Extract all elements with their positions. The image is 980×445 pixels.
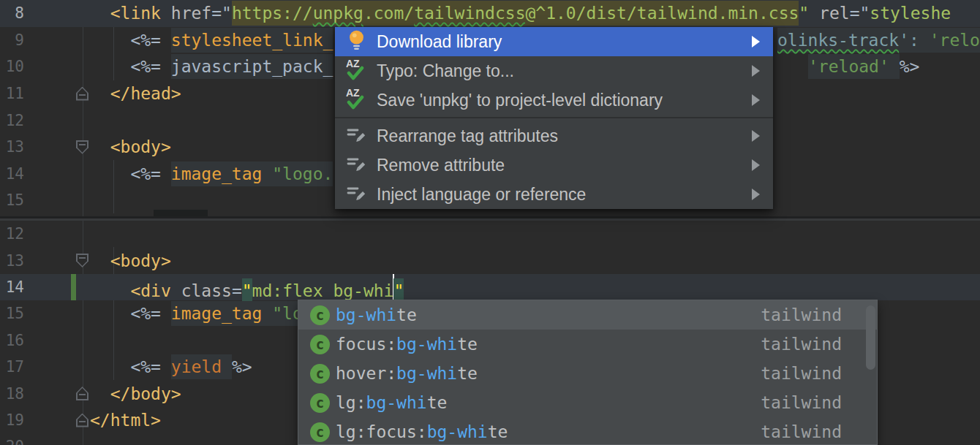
fold-marker-end[interactable] xyxy=(76,387,88,400)
fold-marker-end[interactable] xyxy=(76,414,88,427)
completion-item-label: hover:bg-white xyxy=(336,364,478,383)
code-token: <%= xyxy=(130,28,170,53)
code-token: image_tag xyxy=(171,161,272,186)
code-chunk: 'reload' %> xyxy=(808,57,919,76)
code-token: <%= xyxy=(130,161,170,186)
code-token: tailwindcss xyxy=(414,1,525,26)
completion-library-tag: tailwind xyxy=(761,364,842,383)
fold-marker-start[interactable] xyxy=(76,140,88,154)
intention-item-label: Inject language or reference xyxy=(377,185,586,205)
code-token: </body> xyxy=(110,381,181,406)
intention-item[interactable]: Rearrange tag attributes xyxy=(335,121,773,151)
code-token: <%= xyxy=(130,354,170,379)
line-number: 11 xyxy=(0,85,24,102)
code-chunk: <%= yield %> xyxy=(130,357,252,376)
completion-item[interactable]: cfocus:bg-whitetailwind xyxy=(298,330,877,359)
css-class-icon: c xyxy=(310,422,330,442)
completion-rest-text: te xyxy=(488,422,508,441)
completion-item-label: focus:bg-white xyxy=(336,335,478,354)
completion-prefix: lg:focus: xyxy=(336,422,427,441)
completion-item[interactable]: cbg-whitetailwind xyxy=(298,300,877,330)
ide-editor-screenshot: 8<link href="https://unpkg.com/tailwindc… xyxy=(0,0,980,445)
completion-matched-text: bg-whi xyxy=(396,364,457,383)
code-line[interactable]: 13<body> xyxy=(0,247,980,273)
spellcheck-icon: AZ xyxy=(345,89,367,111)
completion-matched-text: bg-whi xyxy=(396,335,457,354)
code-token: </head> xyxy=(110,81,181,106)
code-token: %> xyxy=(900,54,920,79)
code-line[interactable]: 8<link href="https://unpkg.com/tailwindc… xyxy=(0,0,980,27)
code-token: image_tag xyxy=(171,301,272,326)
code-token: <div xyxy=(130,278,181,303)
code-token: class xyxy=(181,278,232,303)
code-token: "logo. xyxy=(272,161,333,186)
completion-library-tag: tailwind xyxy=(761,393,842,412)
code-chunk: <body> xyxy=(110,137,171,156)
line-number: 18 xyxy=(0,385,24,403)
vcs-added-bar xyxy=(71,274,76,300)
code-chunk: olinks-track': 'relo xyxy=(777,31,980,50)
line-number: 15 xyxy=(0,305,24,322)
code-chunk: <%= image_tag "logo. xyxy=(130,164,333,183)
code-token: https:// xyxy=(232,1,313,26)
edit-icon xyxy=(346,124,366,148)
code-token: <link xyxy=(110,1,171,26)
line-number: 12 xyxy=(0,112,24,129)
intention-item[interactable]: Inject language or reference xyxy=(335,180,773,209)
completion-item-label: lg:focus:bg-white xyxy=(336,422,508,441)
code-token: =" xyxy=(211,1,232,26)
menu-separator xyxy=(335,115,773,121)
submenu-arrow-icon xyxy=(752,65,760,77)
intention-item-label: Typo: Change to... xyxy=(377,61,514,81)
edit-icon xyxy=(346,153,366,177)
completion-matched-text: bg-whi xyxy=(366,393,427,412)
code-token: %> xyxy=(232,354,252,379)
code-token: .com/ xyxy=(363,1,414,26)
code-token: </html> xyxy=(90,408,161,433)
line-number: 14 xyxy=(0,165,24,183)
submenu-arrow-icon xyxy=(752,189,760,200)
spellcheck-icon: AZ xyxy=(345,60,367,82)
line-number: 15 xyxy=(0,191,24,209)
completion-library-tag: tailwind xyxy=(761,422,842,441)
line-number: 12 xyxy=(0,225,24,243)
css-class-icon: c xyxy=(310,335,330,354)
code-line[interactable]: 12 xyxy=(0,221,980,247)
submenu-arrow-icon xyxy=(752,36,760,47)
code-token: rel xyxy=(819,1,850,26)
completion-prefix: focus: xyxy=(336,335,396,354)
code-chunk: <div class="md:flex bg-whi" xyxy=(130,274,404,300)
intention-item[interactable]: AZTypo: Change to... xyxy=(335,56,773,85)
intention-item[interactable]: Download library xyxy=(335,27,773,56)
intention-item[interactable]: AZSave 'unpkg' to project-level dictiona… xyxy=(335,85,773,115)
completion-item[interactable]: clg:bg-whitetailwind xyxy=(298,388,877,417)
code-chunk: <body> xyxy=(110,251,171,270)
intention-item[interactable]: Remove attribute xyxy=(335,151,773,180)
line-number: 20 xyxy=(0,438,24,445)
css-class-icon: c xyxy=(310,364,330,384)
code-chunk: <%= stylesheet_link_ xyxy=(130,31,333,50)
fold-marker-end[interactable] xyxy=(76,87,88,101)
code-token: = xyxy=(232,278,242,303)
completion-library-tag: tailwind xyxy=(761,335,842,354)
code-chunk: </head> xyxy=(110,84,181,103)
code-token: " xyxy=(799,1,809,26)
code-chunk: </html> xyxy=(90,411,161,430)
completion-item[interactable]: chover:bg-whitetailwind xyxy=(298,359,877,388)
line-number: 13 xyxy=(0,138,24,156)
completion-item[interactable]: clg:focus:bg-whitetailwind xyxy=(298,417,877,445)
intention-item-label: Download library xyxy=(377,32,502,52)
code-token: " xyxy=(242,278,252,303)
scrollbar-thumb[interactable] xyxy=(866,305,875,370)
intention-item-label: Remove attribute xyxy=(377,156,505,175)
hidden-code-fragment xyxy=(154,210,208,216)
code-token: olinks-track xyxy=(777,28,899,53)
completion-rest-text: te xyxy=(457,335,478,354)
code-token: =" xyxy=(850,1,870,26)
completion-item-label: bg-white xyxy=(336,305,417,324)
code-chunk: <%= javascript_pack_ xyxy=(130,57,333,76)
fold-marker-start[interactable] xyxy=(76,254,88,267)
completion-item-label: lg:bg-white xyxy=(336,393,447,412)
code-line[interactable]: 14<div class="md:flex bg-whi" xyxy=(0,274,980,300)
line-number: 13 xyxy=(0,252,24,270)
